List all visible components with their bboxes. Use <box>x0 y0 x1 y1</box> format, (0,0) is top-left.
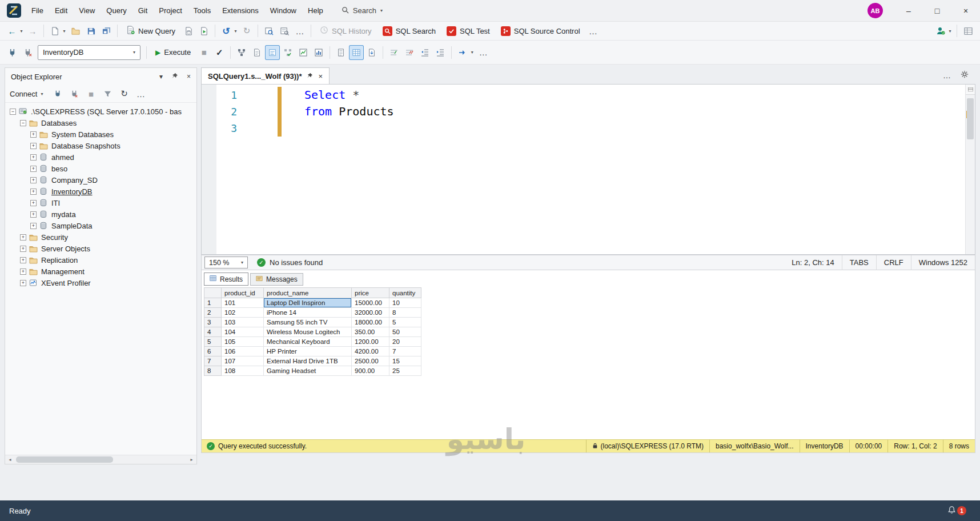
grid-cell[interactable]: External Hard Drive 1TB <box>264 356 352 366</box>
navigate-forward-icon[interactable]: → <box>25 23 40 38</box>
sql-history-button[interactable]: SQL History <box>315 23 377 39</box>
tree-item-replication[interactable]: +Replication <box>5 254 196 266</box>
undo-icon[interactable]: ↺ <box>219 23 234 38</box>
menu-edit[interactable]: Edit <box>49 0 73 21</box>
expand-icon[interactable]: + <box>30 200 37 206</box>
tree-item-mydata[interactable]: +mydata <box>5 209 196 220</box>
maximize-button[interactable]: □ <box>923 0 951 21</box>
split-editor-icon[interactable] <box>966 85 975 95</box>
grid-cell[interactable]: 7 <box>389 347 421 356</box>
grid-column-header-product_name[interactable]: product_name <box>264 288 352 298</box>
query-options-icon[interactable] <box>250 45 264 60</box>
navigate-back-icon[interactable]: ← <box>5 23 19 38</box>
document-database-icon[interactable] <box>181 23 196 38</box>
grid-cell[interactable]: Laptop Dell Inspiron <box>264 298 352 308</box>
new-file-icon[interactable] <box>47 23 62 38</box>
execute-button[interactable]: ▶ Execute <box>150 45 196 61</box>
encoding-label[interactable]: Windows 1252 <box>911 255 975 270</box>
sql-source-control-button[interactable]: SQL Source Control <box>496 23 585 39</box>
expand-icon[interactable]: + <box>30 189 37 195</box>
tree-item-ahmed[interactable]: +ahmed <box>5 151 196 163</box>
menu-window[interactable]: Window <box>264 0 302 21</box>
zoom-box-icon[interactable] <box>277 23 292 38</box>
expand-icon[interactable]: + <box>30 166 37 172</box>
tree-item-management[interactable]: +Management <box>5 266 196 277</box>
sql-code-editor[interactable]: 123 Select *from Products <box>201 84 975 255</box>
menu-project[interactable]: Project <box>153 0 187 21</box>
pin-icon[interactable] <box>171 73 178 81</box>
tree-item-server-objects[interactable]: +Server Objects <box>5 243 196 254</box>
tree-item-sampledata[interactable]: +SampleData <box>5 220 196 231</box>
grid-cell[interactable]: 18000.00 <box>352 318 389 327</box>
grid-cell[interactable]: 104 <box>222 327 264 337</box>
table-properties-icon[interactable] <box>961 23 975 38</box>
chevron-down-icon[interactable]: ▾ <box>232 29 239 34</box>
tab-results[interactable]: Results <box>204 272 248 286</box>
include-actual-plan-icon[interactable] <box>280 45 295 60</box>
scrollbar-thumb[interactable] <box>16 456 113 463</box>
grid-column-header-product_id[interactable]: product_id <box>222 288 264 298</box>
display-estimated-plan-icon[interactable] <box>234 45 249 60</box>
code-area[interactable]: Select *from Products <box>243 85 965 254</box>
grid-cell[interactable]: Samsung 55 inch TV <box>264 318 352 327</box>
query-document-tab[interactable]: SQLQuery1.s..._Wolf (93))* × <box>201 67 330 84</box>
grid-cell[interactable]: 900.00 <box>352 366 389 376</box>
close-icon[interactable]: × <box>187 73 191 81</box>
change-connection-icon[interactable] <box>20 45 35 60</box>
expand-icon[interactable]: + <box>20 234 26 241</box>
cancel-query-icon[interactable]: ■ <box>196 45 211 60</box>
tree-item-xevent-profiler[interactable]: +XEvent Profiler <box>5 277 196 288</box>
sql-test-button[interactable]: SQL Test <box>441 23 495 39</box>
account-avatar[interactable]: AB <box>867 3 883 18</box>
tree-item-iti[interactable]: +ITI <box>5 197 196 209</box>
expand-icon[interactable]: + <box>20 268 26 275</box>
connect-dropdown[interactable]: Connect ▾ <box>10 90 43 98</box>
open-file-icon[interactable] <box>68 23 83 38</box>
scroll-left-icon[interactable]: ◂ <box>5 457 15 462</box>
grid-cell[interactable]: 105 <box>222 337 264 347</box>
chevron-down-icon[interactable]: ▾ <box>159 73 163 81</box>
chevron-down-icon[interactable]: ▾ <box>61 29 67 34</box>
menu-tools[interactable]: Tools <box>188 0 216 21</box>
find-box-icon[interactable] <box>262 23 276 38</box>
grid-cell[interactable]: 8 <box>389 308 421 318</box>
code-line[interactable] <box>243 120 965 137</box>
collapse-icon[interactable]: − <box>20 120 26 126</box>
grid-cell[interactable]: 10 <box>389 298 421 308</box>
grid-cell[interactable]: 32000.00 <box>352 308 389 318</box>
redo-icon[interactable]: ↻ <box>239 23 254 38</box>
menu-help[interactable]: Help <box>302 0 329 21</box>
expand-icon[interactable]: + <box>30 154 37 161</box>
tree-item-company-sd[interactable]: +Company_SD <box>5 174 196 186</box>
grid-corner-header[interactable] <box>204 288 222 298</box>
results-to-grid-icon[interactable] <box>349 45 364 60</box>
comment-icon[interactable] <box>387 45 401 60</box>
line-endings-label[interactable]: CRLF <box>876 255 911 270</box>
database-selector[interactable]: InventoryDB ▾ <box>38 45 140 60</box>
results-to-text-icon[interactable] <box>334 45 348 60</box>
close-button[interactable]: × <box>951 0 980 21</box>
grid-cell[interactable]: 25 <box>389 366 421 376</box>
tree-item-server[interactable]: −.\SQLEXPRESS (SQL Server 17.0.1050 - ba… <box>5 106 196 117</box>
scroll-right-icon[interactable]: ▸ <box>187 457 196 462</box>
menu-file[interactable]: File <box>26 0 49 21</box>
parse-check-icon[interactable]: ✓ <box>212 45 227 60</box>
code-line[interactable]: from Products <box>243 103 965 120</box>
user-connection-icon[interactable] <box>933 23 948 38</box>
tree-item-beso[interactable]: +beso <box>5 163 196 174</box>
grid-cell[interactable]: Gaming Headset <box>264 366 352 376</box>
code-line[interactable]: Select * <box>243 87 965 103</box>
collapse-icon[interactable]: − <box>10 109 16 115</box>
close-tab-icon[interactable]: × <box>318 72 323 81</box>
live-query-stats-icon[interactable] <box>296 45 311 60</box>
scrollbar-thumb[interactable] <box>967 98 974 139</box>
connect-plug-icon[interactable] <box>5 45 19 60</box>
grid-row-header[interactable]: 4 <box>204 327 222 337</box>
grid-cell[interactable]: 15 <box>389 356 421 366</box>
grid-cell[interactable]: Wireless Mouse Logitech <box>264 327 352 337</box>
expand-icon[interactable]: + <box>30 143 37 149</box>
menu-extensions[interactable]: Extensions <box>216 0 264 21</box>
grid-row-header[interactable]: 1 <box>204 298 222 308</box>
chevron-down-icon[interactable]: ▾ <box>469 50 475 55</box>
grid-cell[interactable]: 50 <box>389 327 421 337</box>
